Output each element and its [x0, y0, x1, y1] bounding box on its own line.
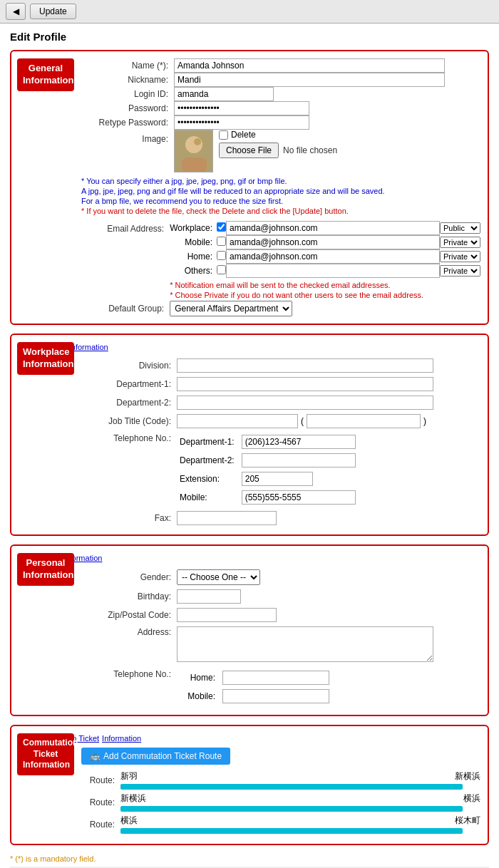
workplace-email-input[interactable] [226, 221, 440, 235]
personal-mobile-label: Mobile: [177, 687, 220, 706]
svg-rect-2 [182, 157, 207, 172]
mandatory-note: * (*) is a mandatory field. [10, 854, 489, 864]
workplace-email-row: Workplace: Public Private [170, 221, 480, 235]
dept2-label: Department-2: [81, 393, 174, 412]
dept1-phone-input[interactable] [242, 435, 356, 449]
mobile-privacy-select[interactable]: Private Public [440, 237, 480, 248]
workplace-toggle: ▼ Workplace Information [19, 342, 480, 352]
gender-label: Gender: [81, 567, 174, 587]
email-sub-table: Workplace: Public Private [170, 221, 480, 278]
mobile-email-label: Mobile: [170, 235, 217, 249]
nickname-input[interactable] [174, 73, 445, 87]
others-email-input[interactable] [226, 264, 440, 278]
personal-information-section: ▼ Personal Information Personal Informat… [10, 544, 489, 716]
workplace-information-section: ▼ Workplace Information Workplace Inform… [10, 334, 489, 536]
birthday-input[interactable] [177, 589, 241, 604]
fax-row: Fax: [81, 509, 480, 527]
personal-mobile-input[interactable] [222, 689, 329, 703]
email-address-row: Email Address: Workplace: [81, 221, 480, 301]
password-label: Password: [81, 101, 174, 115]
dept1-phone-label: Department-1: [177, 433, 239, 451]
division-row: Division: [81, 356, 480, 375]
personal-information-label: Personal Information [17, 553, 74, 586]
birthday-label: Birthday: [81, 587, 174, 606]
avatar [174, 130, 213, 172]
svg-point-1 [185, 136, 202, 153]
mobile-phone-input[interactable] [242, 490, 356, 505]
svg-point-3 [194, 138, 201, 145]
name-input[interactable] [174, 58, 445, 73]
name-row: Name (*): [81, 58, 480, 73]
commutation-toggle: ▼ Commutation Ticket Information [19, 733, 480, 743]
back-button[interactable]: ◀ [6, 3, 26, 20]
routes-list: Route: 新羽 新横浜 Route: 新横浜 横浜 [81, 770, 480, 834]
route-label: Route: [81, 820, 120, 830]
personal-home-input[interactable] [222, 671, 329, 685]
mobile-phone-label: Mobile: [177, 488, 239, 507]
others-email-label: Others: [170, 264, 217, 278]
page-title: Edit Profile [10, 31, 489, 43]
route-to: 新横浜 [455, 770, 480, 782]
add-commutation-route-button[interactable]: 🚌 Add Commutation Ticket Route [81, 748, 230, 765]
retype-password-input[interactable] [174, 115, 309, 130]
mobile-email-checkbox[interactable] [217, 237, 226, 246]
commutation-ticket-section: ▼ Commutation Ticket Information Commuta… [10, 725, 489, 845]
route-row: Route: 新横浜 横浜 [81, 792, 480, 812]
jobtitle-code-input[interactable] [307, 414, 421, 428]
delete-checkbox[interactable] [219, 130, 228, 140]
commutation-info-link[interactable]: Information [102, 734, 141, 743]
mobile-email-input[interactable] [226, 235, 440, 249]
general-information-label: General Information [17, 58, 74, 91]
division-input[interactable] [177, 358, 433, 373]
dept1-input[interactable] [177, 377, 433, 391]
default-group-select[interactable]: General Affairs Department [170, 301, 292, 316]
personal-form-table: Gender: -- Choose One -- Male Female Bir… [81, 567, 480, 708]
route-bar [120, 828, 463, 834]
gender-select[interactable]: -- Choose One -- Male Female [177, 569, 260, 585]
avatar-image [175, 130, 213, 172]
workplace-privacy-select[interactable]: Public Private [440, 222, 480, 234]
password-input[interactable] [174, 101, 309, 115]
zip-input[interactable] [177, 608, 277, 622]
bus-icon: 🚌 [90, 751, 101, 761]
retype-password-row: Retype Password: [81, 115, 480, 130]
personal-telephone-label: Telephone No.: [81, 666, 174, 708]
workplace-email-checkbox[interactable] [217, 222, 226, 232]
home-email-label: Home: [170, 249, 217, 264]
choose-file-button[interactable]: Choose File [219, 143, 279, 158]
image-note2: A jpg, jpe, jpeg, png and gif file will … [81, 187, 480, 195]
email-table: Email Address: Workplace: [81, 221, 480, 316]
no-file-label: No file chosen [283, 145, 337, 155]
image-note3: For a bmp file, we recommend you to redu… [81, 197, 480, 205]
general-information-section: General Information Name (*): Nickname: … [10, 50, 489, 325]
home-privacy-select[interactable]: Private Public [440, 251, 480, 262]
home-email-checkbox[interactable] [217, 251, 226, 260]
personal-home-row: Home: [177, 668, 332, 687]
email-address-label: Email Address: [81, 221, 170, 301]
login-id-row: Login ID: [81, 87, 480, 101]
image-label: Image: [81, 130, 174, 172]
extension-input[interactable] [242, 472, 313, 486]
commutation-ticket-label: Commutation Ticket Information [17, 733, 74, 775]
dept1-row: Department-1: [81, 375, 480, 393]
others-email-row: Others: Private Public [170, 264, 480, 278]
login-id-input[interactable] [174, 87, 274, 101]
image-notes: * You can specify either a jpg, jpe, jpe… [81, 177, 480, 215]
birthday-row: Birthday: [81, 587, 480, 606]
update-button-top[interactable]: Update [30, 4, 76, 19]
route-label: Route: [81, 775, 120, 785]
extension-label: Extension: [177, 470, 239, 488]
address-textarea[interactable] [177, 626, 433, 662]
dept2-phone-input[interactable] [242, 453, 356, 467]
fax-input[interactable] [177, 511, 277, 525]
route-to: 桜木町 [455, 815, 480, 827]
telephone-label: Telephone No.: [81, 430, 174, 509]
home-email-input[interactable] [226, 249, 440, 264]
jobtitle-name-input[interactable] [177, 414, 298, 428]
others-email-checkbox[interactable] [217, 265, 226, 274]
nickname-label: Nickname: [81, 73, 174, 87]
dept2-input[interactable] [177, 396, 433, 410]
others-privacy-select[interactable]: Private Public [440, 265, 480, 277]
telephone-row: Telephone No.: Department-1: Department-… [81, 430, 480, 509]
add-route-area: 🚌 Add Commutation Ticket Route [81, 748, 480, 765]
